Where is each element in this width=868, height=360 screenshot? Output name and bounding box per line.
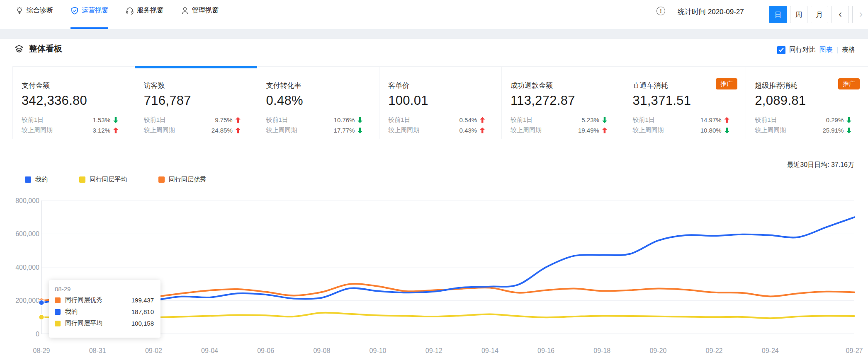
svg-text:0: 0 bbox=[36, 331, 39, 338]
svg-text:08-31: 08-31 bbox=[89, 347, 106, 354]
svg-text:400,000: 400,000 bbox=[15, 264, 39, 271]
tooltip-swatch bbox=[55, 309, 61, 315]
svg-text:09-20: 09-20 bbox=[649, 347, 666, 354]
tooltip-date: 08-29 bbox=[55, 285, 154, 292]
svg-text:600,000: 600,000 bbox=[15, 230, 39, 237]
svg-text:09-22: 09-22 bbox=[706, 347, 723, 354]
tooltip-swatch bbox=[55, 321, 61, 326]
svg-text:09-12: 09-12 bbox=[425, 347, 443, 354]
svg-text:08-29: 08-29 bbox=[33, 347, 50, 354]
svg-text:09-10: 09-10 bbox=[370, 347, 387, 354]
tooltip-row: 同行同层平均 100,158 bbox=[55, 319, 154, 327]
svg-text:09-18: 09-18 bbox=[593, 347, 610, 354]
svg-text:09-08: 09-08 bbox=[313, 347, 330, 354]
chart-tooltip: 08-29 同行同层优秀 199,437 我的 187,810 同行同层平均 1… bbox=[49, 280, 160, 338]
tooltip-row: 同行同层优秀 199,437 bbox=[55, 296, 154, 304]
svg-text:09-27: 09-27 bbox=[846, 347, 863, 354]
svg-text:09-16: 09-16 bbox=[537, 347, 554, 354]
svg-text:09-02: 09-02 bbox=[145, 347, 162, 354]
svg-text:200,000: 200,000 bbox=[15, 297, 39, 304]
svg-text:800,000: 800,000 bbox=[15, 197, 39, 204]
dashboard-page: 综合诊断 运营视窗 服务视窗 管理视窗 ! 统计时间 bbox=[0, 0, 868, 360]
svg-text:09-06: 09-06 bbox=[257, 347, 274, 354]
svg-text:09-14: 09-14 bbox=[481, 347, 498, 354]
svg-text:09-24: 09-24 bbox=[762, 347, 779, 354]
tooltip-row: 我的 187,810 bbox=[55, 308, 154, 316]
svg-text:09-04: 09-04 bbox=[201, 347, 218, 354]
tooltip-swatch bbox=[55, 297, 61, 303]
